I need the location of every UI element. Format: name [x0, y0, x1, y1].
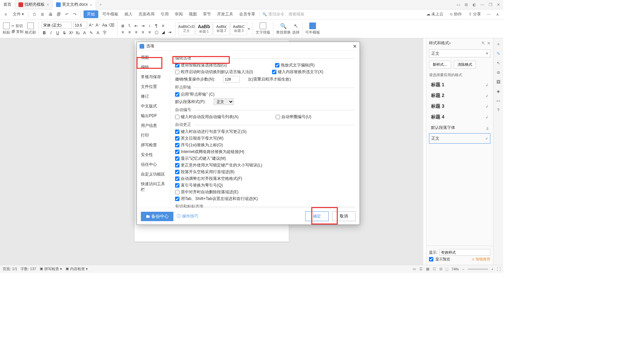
- style-item-h3[interactable]: 标题 3↲: [429, 101, 490, 111]
- bullets-button[interactable]: ≣: [120, 23, 125, 28]
- screen-icon[interactable]: ▭: [495, 97, 502, 104]
- chk-type-replace[interactable]: 键入内容替换所选文字(X): [272, 69, 323, 75]
- char-border-icon[interactable]: A: [95, 31, 101, 35]
- tab-home[interactable]: 首页: [0, 0, 15, 9]
- styles-dropdown-icon[interactable]: ▾: [248, 27, 250, 31]
- chk-center-remove-indent[interactable]: 居中对齐时自动删除段落缩进(E): [175, 189, 238, 195]
- nav-spell-check[interactable]: 拼写检查: [137, 140, 170, 150]
- content-check-toggle[interactable]: ▣ 内容检查 ▾: [65, 266, 88, 271]
- increase-font-icon[interactable]: A⁺: [89, 23, 94, 28]
- styles-icon[interactable]: ✎: [495, 50, 502, 57]
- style-item-h4[interactable]: 标题 4↲: [429, 112, 490, 122]
- chk-caps-lock-fix[interactable]: 更正意外使用大写锁定键产生的大小写错误(L): [175, 162, 262, 168]
- close-icon[interactable]: ●: [90, 2, 92, 7]
- undo-icon[interactable]: ↶: [64, 11, 70, 17]
- nav-trust-center[interactable]: 信任中心: [137, 160, 170, 169]
- cloud-status[interactable]: ☁ 未上云: [424, 11, 445, 18]
- word-count[interactable]: 字数: 137: [20, 266, 36, 271]
- align-center-button[interactable]: ≡: [127, 30, 132, 35]
- chk-memory-input[interactable]: 显示"记忆式键入"建议(M): [175, 156, 226, 161]
- nav-user-info[interactable]: 用户信息: [137, 121, 170, 131]
- tab-section[interactable]: 章节: [201, 11, 213, 18]
- undo-steps-input[interactable]: [223, 76, 240, 83]
- close-dialog-icon[interactable]: ✕: [353, 44, 357, 49]
- chk-auto-circle-number[interactable]: 自动带圈编号(U): [276, 114, 311, 120]
- chk-url-hyperlink[interactable]: Internet或网络路径替换为超链接(H): [175, 149, 244, 155]
- strikethrough-button[interactable]: S̶: [62, 31, 67, 35]
- command-search[interactable]: 查找命令、搜索模板: [259, 11, 305, 17]
- ok-button[interactable]: 确定: [305, 211, 329, 221]
- spell-check-toggle[interactable]: ▣ 拼写检查 ▾: [40, 266, 62, 271]
- paste-button[interactable]: 粘贴: [3, 22, 10, 35]
- web-layout-icon[interactable]: ▦: [426, 267, 429, 271]
- select-tool-icon[interactable]: ↖: [495, 60, 502, 66]
- minimize-icon[interactable]: —: [479, 2, 486, 7]
- hamburger-icon[interactable]: ≡: [3, 11, 9, 17]
- chk-drag-text-edit[interactable]: 拖放式文字编辑(R): [275, 62, 315, 68]
- tab-member[interactable]: 会员专享: [237, 11, 257, 18]
- italic-button[interactable]: I: [48, 31, 54, 35]
- copy-button[interactable]: 🗐 复制: [11, 29, 23, 34]
- chk-ordinal-sup[interactable]: 序号(1st)替换为上标(O): [175, 142, 223, 148]
- style-h1[interactable]: AaBb标题 1: [196, 22, 212, 35]
- highlight-button[interactable]: ✎: [89, 31, 94, 35]
- tab-dev[interactable]: 开发工具: [215, 11, 235, 18]
- borders-button[interactable]: ▢: [154, 30, 159, 35]
- bold-button[interactable]: B: [42, 31, 47, 35]
- outline-icon[interactable]: ☷: [433, 267, 436, 271]
- change-case-icon[interactable]: Aa: [102, 23, 107, 28]
- docer-template-button[interactable]: 可牛模板: [305, 22, 320, 35]
- new-tab-button[interactable]: ＋: [96, 2, 105, 7]
- reading-mode-icon[interactable]: ☰: [419, 267, 423, 271]
- style-item-default-font[interactable]: 默认段落字体a: [429, 123, 490, 133]
- tab-insert[interactable]: 插入: [122, 11, 135, 18]
- chk-para-first-indent[interactable]: 段落开头空格采用行首缩进(B): [175, 169, 234, 175]
- zoom-fit-icon[interactable]: ⎕: [446, 267, 448, 271]
- chk-auto-switch-ime[interactable]: 程序启动时自动切换到默认语言输入法(I): [175, 69, 253, 75]
- apps-icon[interactable]: ⊞: [463, 2, 470, 7]
- tab-reference[interactable]: 引用: [159, 11, 171, 18]
- nav-edit[interactable]: 编辑: [137, 62, 170, 72]
- restore-icon[interactable]: ❐: [487, 2, 494, 7]
- style-item-h2[interactable]: 标题 2↲: [429, 91, 490, 101]
- format-painter-button[interactable]: 格式刷: [25, 22, 36, 35]
- chk-smart-para-select[interactable]: 使用智能段落选择范围(G): [175, 62, 227, 68]
- tab-view[interactable]: 视图: [187, 11, 199, 18]
- style-body[interactable]: AaBbCcD正文: [178, 22, 195, 35]
- style-h2[interactable]: AaBb(标题 2: [213, 22, 230, 35]
- distributed-button[interactable]: ≡: [147, 30, 152, 35]
- tab-page-layout[interactable]: 页面布局: [137, 11, 157, 18]
- increase-indent-button[interactable]: ⇥: [140, 23, 146, 28]
- style-h3[interactable]: AaBbC标题 3: [230, 22, 247, 35]
- chk-cap-first[interactable]: 键入时自动进行句首字母大写更正(S): [175, 129, 247, 135]
- chk-tab-indent[interactable]: 用Tab、Shift+Tab设置左缩进和首行缩进(K): [175, 196, 258, 202]
- cancel-button[interactable]: 取消: [332, 211, 356, 221]
- tab-document[interactable]: 英文文档.docx●: [53, 0, 96, 9]
- tab-start[interactable]: 开始: [84, 10, 98, 18]
- nav-chinese[interactable]: 中文版式: [137, 101, 170, 111]
- more-icon[interactable]: ⋯: [486, 11, 492, 17]
- assistant-icon[interactable]: ✧: [495, 41, 502, 48]
- decrease-font-icon[interactable]: A⁻: [95, 23, 101, 28]
- nav-print[interactable]: 打印: [137, 131, 170, 140]
- current-style-select[interactable]: 正文▾: [429, 49, 490, 57]
- file-menu[interactable]: 文件 ▾: [11, 11, 26, 18]
- tab-docer[interactable]: 可牛模板: [100, 11, 120, 18]
- nav-customize-ribbon[interactable]: 自定义功能区: [137, 169, 170, 179]
- share-button[interactable]: ⇪ 分享: [467, 11, 483, 18]
- text-arrange-button[interactable]: 文字排版: [256, 22, 270, 35]
- fit-width-icon[interactable]: ⊟: [439, 267, 442, 271]
- smart-recommend-link[interactable]: ⊙ 智能推荐: [472, 257, 490, 262]
- font-name-select[interactable]: [42, 22, 72, 29]
- cut-button[interactable]: ✂ 剪切: [11, 23, 23, 29]
- print-icon[interactable]: 🖶: [48, 11, 54, 17]
- underline-button[interactable]: U: [55, 31, 60, 35]
- chk-adjust-right-space[interactable]: 自动调整右对齐段落末空格格式(F): [175, 176, 242, 182]
- pin-icon[interactable]: ⇱: [482, 41, 485, 46]
- operation-tips-link[interactable]: ⓘ 操作技巧: [177, 213, 198, 219]
- numbering-button[interactable]: ⒈: [127, 23, 132, 29]
- clear-format-button[interactable]: 清除格式: [454, 61, 476, 68]
- select-button[interactable]: ↖选择: [292, 23, 300, 35]
- chk-auto-number-list[interactable]: 键入时自动应用自动编号列表(A): [175, 114, 238, 120]
- tab-review[interactable]: 审阅: [173, 11, 185, 18]
